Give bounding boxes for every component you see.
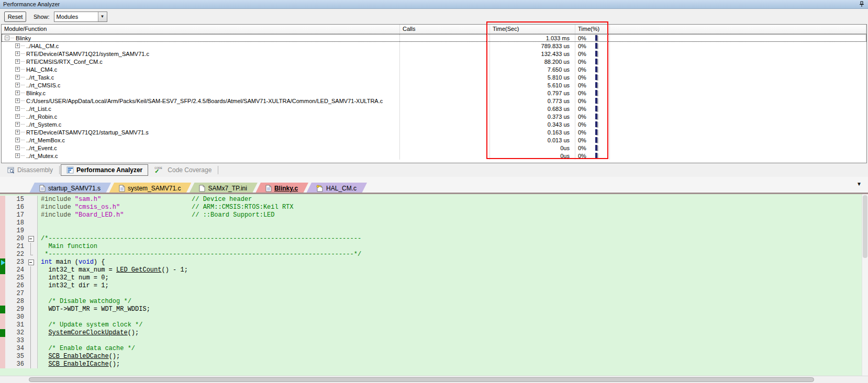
tree-expander[interactable]: + bbox=[15, 43, 20, 48]
code-line[interactable]: 22 *------------------------------------… bbox=[0, 251, 361, 258]
coverage-marker[interactable] bbox=[0, 258, 5, 266]
coverage-marker[interactable] bbox=[0, 329, 5, 337]
tree-expander[interactable]: + bbox=[15, 67, 20, 72]
tree-expander[interactable]: + bbox=[15, 106, 20, 111]
code-line[interactable]: 19 bbox=[0, 227, 361, 235]
table-row[interactable]: + ../rt_MemBox.c 0.013 us 0% bbox=[2, 136, 866, 144]
table-row[interactable]: + ../HAL_CM.c 789.833 us 0% bbox=[2, 42, 866, 50]
editor-horizontal-scrollbar[interactable] bbox=[0, 376, 868, 383]
tree-expander[interactable]: + bbox=[15, 91, 20, 95]
fold-margin[interactable] bbox=[27, 313, 38, 321]
fold-margin[interactable] bbox=[27, 298, 38, 306]
auto-hide-pin-icon[interactable] bbox=[859, 1, 865, 7]
fold-margin[interactable] bbox=[27, 211, 38, 219]
table-row[interactable]: + ../rt_Event.c 0us 0% bbox=[2, 144, 866, 152]
code-line[interactable]: 28 /* Disable watchdog */ bbox=[0, 298, 361, 306]
tab-performance-analyzer[interactable]: Performance Analyzer bbox=[61, 164, 148, 176]
fold-margin[interactable] bbox=[27, 290, 38, 298]
coverage-marker[interactable] bbox=[0, 211, 5, 219]
table-row[interactable]: + ../rt_Task.c 5.810 us 0% bbox=[2, 73, 866, 81]
fold-margin[interactable] bbox=[27, 337, 38, 345]
coverage-marker[interactable] bbox=[0, 204, 5, 211]
table-row[interactable]: + ../rt_CMSIS.c 5.610 us 0% bbox=[2, 81, 866, 89]
code-line[interactable]: 35 SCB_EnableDCache(); bbox=[0, 353, 361, 361]
fold-margin[interactable] bbox=[27, 266, 38, 274]
coverage-marker[interactable] bbox=[0, 290, 5, 298]
coverage-marker[interactable] bbox=[0, 243, 5, 251]
table-row[interactable]: + ../rt_Mutex.c 0us 0% bbox=[2, 152, 866, 160]
code-line[interactable]: 34 /* Enable data cache */ bbox=[0, 345, 361, 353]
reset-button[interactable]: Reset bbox=[4, 12, 26, 22]
table-row[interactable]: + Blinky.c 0.797 us 0% bbox=[2, 89, 866, 97]
tree-expander[interactable]: + bbox=[15, 83, 20, 87]
editor-tab-startup-samv71[interactable]: startup_SAMV71.s bbox=[29, 183, 111, 194]
chevron-down-icon[interactable]: ▼ bbox=[98, 12, 107, 21]
table-row[interactable]: + ../rt_List.c 0.683 us 0% bbox=[2, 105, 866, 112]
code-line[interactable]: 33 bbox=[0, 337, 361, 345]
coverage-marker[interactable] bbox=[0, 313, 5, 321]
coverage-marker[interactable] bbox=[0, 306, 5, 313]
scrollbar-thumb[interactable] bbox=[29, 377, 814, 382]
coverage-marker[interactable] bbox=[0, 251, 5, 258]
tree-expander[interactable]: + bbox=[15, 75, 20, 80]
fold-margin[interactable] bbox=[27, 321, 38, 329]
coverage-marker[interactable] bbox=[0, 266, 5, 274]
fold-margin[interactable] bbox=[27, 345, 38, 353]
code-line[interactable]: 16 #include "cmsis_os.h" // ARM::CMSIS:R… bbox=[0, 204, 361, 211]
code-line[interactable]: 18 bbox=[0, 219, 361, 227]
fold-margin[interactable] bbox=[27, 235, 38, 243]
code-line[interactable]: 25 int32_t num = 0; bbox=[0, 274, 361, 282]
editor-tab-samx7-tp-ini[interactable]: SAMx7_TP.ini bbox=[188, 183, 257, 194]
tree-expander[interactable]: − bbox=[5, 36, 9, 40]
tab-code-coverage[interactable]: CODE✓ Code Coverage bbox=[149, 164, 217, 176]
fold-margin[interactable] bbox=[27, 258, 38, 266]
code-line[interactable]: 20 /*-----------------------------------… bbox=[0, 235, 361, 243]
table-row[interactable]: + C:/Users/USER/AppData/Local/Arm/Packs/… bbox=[2, 97, 866, 105]
table-row[interactable]: + HAL_CM4.c 7.650 us 0% bbox=[2, 65, 866, 73]
coverage-marker[interactable] bbox=[0, 227, 5, 235]
fold-margin[interactable] bbox=[27, 282, 38, 290]
code-line[interactable]: 23 int main (void) { bbox=[0, 258, 361, 266]
fold-margin[interactable] bbox=[27, 196, 38, 204]
coverage-marker[interactable] bbox=[0, 298, 5, 306]
coverage-marker[interactable] bbox=[0, 196, 5, 204]
code-line[interactable]: 32 SystemCoreClockUpdate(); bbox=[0, 329, 361, 337]
tree-expander[interactable]: + bbox=[15, 51, 20, 56]
table-row[interactable]: + RTE/Device/ATSAMV71Q21/startup_SAMV71.… bbox=[2, 128, 866, 136]
fold-margin[interactable] bbox=[27, 219, 38, 227]
tree-expander[interactable]: + bbox=[15, 114, 20, 119]
code-lines[interactable]: 15 #include "sam.h" // Device header 16 … bbox=[0, 196, 361, 368]
tree-expander[interactable]: + bbox=[15, 130, 20, 134]
code-line[interactable]: 15 #include "sam.h" // Device header bbox=[0, 196, 361, 204]
code-line[interactable]: 26 int32_t dir = 1; bbox=[0, 282, 361, 290]
editor-tab-blinky[interactable]: Blinky.c bbox=[255, 183, 308, 194]
fold-margin[interactable] bbox=[27, 361, 38, 368]
code-line[interactable]: 30 bbox=[0, 313, 361, 321]
column-header-calls[interactable]: Calls bbox=[400, 25, 490, 33]
fold-margin[interactable] bbox=[27, 243, 38, 251]
table-row[interactable]: + RTE/Device/ATSAMV71Q21/system_SAMV71.c… bbox=[2, 50, 866, 58]
code-line[interactable]: 31 /* Update system clock */ bbox=[0, 321, 361, 329]
coverage-marker[interactable] bbox=[0, 361, 5, 368]
coverage-marker[interactable] bbox=[0, 274, 5, 282]
table-row[interactable]: + ../rt_System.c 0.343 us 0% bbox=[2, 120, 866, 128]
code-line[interactable]: 29 WDT->WDT_MR = WDT_MR_WDDIS; bbox=[0, 306, 361, 313]
table-row[interactable]: + RTE/CMSIS/RTX_Conf_CM.c 88.200 us 0% bbox=[2, 58, 866, 65]
coverage-marker[interactable] bbox=[0, 321, 5, 329]
editor-tab-system-samv71[interactable]: system_SAMV71.c bbox=[108, 183, 191, 194]
coverage-marker[interactable] bbox=[0, 219, 5, 227]
coverage-marker[interactable] bbox=[0, 345, 5, 353]
code-line[interactable]: 24 int32_t max_num = LED_GetCount() - 1; bbox=[0, 266, 361, 274]
editor-vertical-scrollbar[interactable] bbox=[862, 194, 868, 376]
column-header-module[interactable]: Module/Function bbox=[2, 25, 400, 33]
coverage-marker[interactable] bbox=[0, 235, 5, 243]
fold-margin[interactable] bbox=[27, 227, 38, 235]
code-line[interactable]: 36 SCB_EnableICache(); bbox=[0, 361, 361, 368]
coverage-marker[interactable] bbox=[0, 337, 5, 345]
code-editor[interactable]: 15 #include "sam.h" // Device header 16 … bbox=[0, 194, 868, 376]
tree-expander[interactable]: + bbox=[15, 122, 20, 127]
table-row[interactable]: + ../rt_Robin.c 0.373 us 0% bbox=[2, 112, 866, 120]
tree-expander[interactable]: + bbox=[15, 98, 20, 103]
tab-list-dropdown-icon[interactable]: ▼ bbox=[856, 181, 862, 187]
tree-expander[interactable]: + bbox=[15, 138, 20, 142]
